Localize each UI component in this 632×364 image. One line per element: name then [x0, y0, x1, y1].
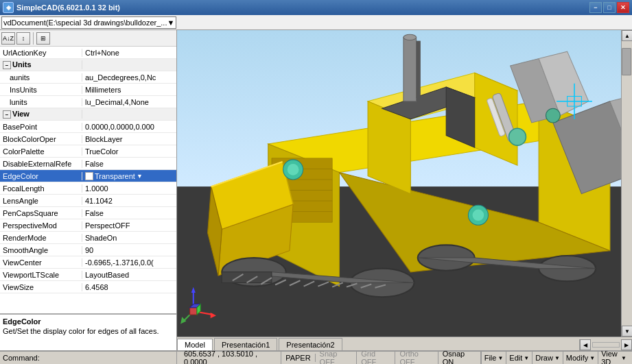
dropdown-arrow-icon: ▼: [167, 19, 174, 27]
tab-presentacion1-label: Presentación1: [222, 341, 270, 349]
prop-val-selected: Transparent ▼: [82, 172, 176, 180]
prop-val: False: [82, 209, 176, 217]
prop-expand-button[interactable]: ⊞: [36, 32, 50, 45]
prop-row-insunits: InsUnits Millimeters: [0, 84, 176, 96]
prop-val: 41.1042: [82, 197, 176, 205]
edit-menu[interactable]: Edit ▼: [506, 352, 532, 364]
view3d-menu-arrow: ▼: [621, 355, 627, 361]
svg-rect-17: [403, 37, 417, 101]
prop-row-blockcoloroper: BlockColorOper BlockLayer: [0, 133, 176, 145]
document-dropdown[interactable]: vdDocument(E:\special 3d drawings\bulldo…: [1, 16, 176, 29]
title-bar: ◈ SimpleCAD(6.6021.0.1 32 bit) − □ ✕: [0, 0, 632, 15]
description-text: Get/Set the display color for edges of a…: [3, 327, 174, 335]
tab-model[interactable]: Model: [177, 339, 213, 350]
modify-menu-label: Modify: [566, 354, 588, 362]
prop-key: PenCapsSquare: [0, 209, 82, 217]
paper-toggle[interactable]: PAPER: [281, 354, 315, 362]
file-menu-arrow: ▼: [498, 355, 503, 361]
prop-val: Millimeters: [82, 86, 176, 94]
prop-sort-az-button[interactable]: A↓Z: [1, 32, 15, 45]
prop-key: ViewCenter: [0, 258, 82, 267]
prop-sort-button[interactable]: ↕: [16, 32, 30, 45]
scroll-thumb[interactable]: [622, 48, 631, 75]
prop-val: 0.0000,0.0000,0.000: [82, 123, 176, 131]
modify-menu-arrow: ▼: [589, 355, 595, 361]
svg-point-18: [403, 34, 417, 40]
tab-scroll-left-button[interactable]: ◀: [580, 339, 591, 350]
osnap-toggle[interactable]: Osnap ON: [438, 350, 481, 364]
ortho-toggle[interactable]: Ortho OFF: [395, 350, 438, 364]
document-selector-row: vdDocument(E:\special 3d drawings\bulldo…: [0, 15, 632, 30]
prop-key: FocalLength: [0, 184, 82, 193]
prop-row-lensangle: LensAngle 41.1042: [0, 195, 176, 207]
prop-row-disableexternalrefe: DisableExternalRefe False: [0, 158, 176, 170]
prop-val: LayoutBased: [82, 271, 176, 279]
file-menu[interactable]: File ▼: [481, 352, 506, 364]
prop-key: ViewportLTScale: [0, 271, 82, 279]
svg-point-52: [288, 164, 299, 175]
viewport-vertical-scrollbar[interactable]: ▲ ▼: [621, 30, 632, 337]
edgecolor-value: Transparent: [95, 172, 135, 180]
scroll-down-button[interactable]: ▼: [622, 326, 632, 337]
svg-point-55: [509, 128, 526, 145]
prop-key: ColorPalette: [0, 147, 82, 156]
prop-group-key: −Units: [0, 60, 82, 70]
prop-val: ShadeOn: [82, 234, 176, 242]
prop-group-view[interactable]: −View: [0, 108, 176, 121]
grid-toggle[interactable]: Grid OFF: [357, 350, 395, 364]
command-label: Command:: [3, 354, 40, 362]
prop-val: au_Decdegrees,0,Nc: [82, 73, 176, 82]
prop-row-edgecolor[interactable]: EdgeColor Transparent ▼: [0, 170, 176, 182]
tab-presentacion2[interactable]: Presentación2: [279, 338, 342, 350]
tab-presentacion2-label: Presentación2: [286, 341, 334, 349]
prop-row-aunits: aunits au_Decdegrees,0,Nc: [0, 71, 176, 84]
svg-point-56: [546, 108, 560, 123]
main-area: vdDocument(E:\special 3d drawings\bulldo…: [0, 15, 632, 364]
maximize-button[interactable]: □: [603, 2, 616, 13]
status-info: 605.6537 , 103.5010 , 0.0000 PAPER Snap …: [177, 352, 632, 364]
properties-list: UrlActionKey Ctrl+None −Units aunits au_…: [0, 47, 176, 313]
title-bar-left: ◈ SimpleCAD(6.6021.0.1 32 bit): [3, 2, 120, 13]
tab-scroll-right-button[interactable]: ▶: [621, 339, 632, 350]
svg-point-54: [473, 210, 484, 221]
file-menu-label: File: [484, 354, 497, 362]
document-path: vdDocument(E:\special 3d drawings\bulldo…: [3, 19, 167, 27]
content-row: A↓Z ↕ ⊞ UrlActionKey Ctrl+None −Units: [0, 30, 632, 350]
coordinates-display: 605.6537 , 103.5010 , 0.0000: [180, 350, 281, 364]
minimize-button[interactable]: −: [589, 2, 602, 13]
prop-key: UrlActionKey: [0, 49, 82, 57]
prop-row-urlactionkey: UrlActionKey Ctrl+None: [0, 47, 176, 59]
prop-val: False: [82, 160, 176, 168]
draw-menu[interactable]: Draw ▼: [532, 352, 563, 364]
expand-icon[interactable]: −: [3, 110, 11, 119]
prop-key: ViewSize: [0, 283, 82, 291]
command-area: Command:: [0, 352, 177, 364]
edgecolor-dropdown-arrow[interactable]: ▼: [137, 173, 143, 180]
prop-key: LensAngle: [0, 197, 82, 205]
prop-group-units[interactable]: −Units: [0, 59, 176, 71]
prop-val: BlockLayer: [82, 135, 176, 143]
view3d-menu[interactable]: View 3D ▼: [598, 352, 629, 364]
prop-val: lu_Decimal,4,None: [82, 98, 176, 106]
edit-menu-label: Edit: [509, 354, 522, 362]
prop-val: -0.6965,-1.3716,0.0(: [82, 258, 176, 267]
expand-icon[interactable]: −: [3, 61, 11, 69]
prop-row-viewportltscale: ViewportLTScale LayoutBased: [0, 269, 176, 281]
snap-toggle[interactable]: Snap OFF: [316, 350, 358, 364]
tab-presentacion1[interactable]: Presentación1: [214, 338, 277, 350]
scroll-up-button[interactable]: ▲: [622, 30, 632, 41]
modify-menu[interactable]: Modify ▼: [563, 352, 598, 364]
prop-val: 90: [82, 246, 176, 254]
description-area: EdgeColor Get/Set the display color for …: [0, 313, 176, 350]
prop-row-basepoint: BasePoint 0.0000,0.0000,0.000: [0, 121, 176, 133]
viewport[interactable]: Model Presentación1 Presentación2 ◀ ▶ ▲: [177, 30, 632, 350]
prop-val: PerspectOFF: [82, 221, 176, 230]
prop-row-viewcenter: ViewCenter -0.6965,-1.3716,0.0(: [0, 256, 176, 269]
prop-row-pencapssquare: PenCapsSquare False: [0, 207, 176, 219]
window-controls: − □ ✕: [589, 2, 629, 13]
close-button[interactable]: ✕: [617, 2, 629, 13]
prop-row-focallength: FocalLength 1.0000: [0, 182, 176, 195]
prop-key: aunits: [0, 73, 82, 82]
prop-val: TrueColor: [82, 147, 176, 156]
svg-marker-33: [222, 272, 272, 283]
